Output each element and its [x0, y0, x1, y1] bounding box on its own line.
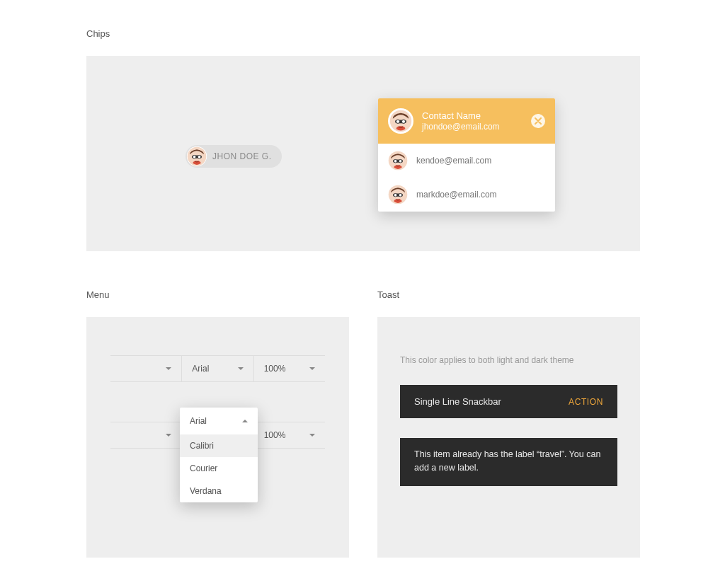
- zoom-value: 100%: [264, 364, 286, 374]
- snackbar-text: This item already has the label “travel”…: [414, 449, 600, 473]
- contact-suggestion-email: kendoe@email.com: [416, 156, 491, 166]
- snackbar-action-button[interactable]: ACTION: [569, 397, 603, 407]
- contact-suggestions-card: Contact Name jhondoe@email.com kendoe@em…: [378, 98, 555, 212]
- toolbar-row: Arial 100%: [110, 355, 325, 382]
- contact-suggestion-email: markdoe@email.com: [416, 190, 497, 200]
- chevron-up-icon: [242, 420, 248, 422]
- toolbar-cell-blank[interactable]: [110, 356, 182, 381]
- avatar-icon: [388, 108, 413, 134]
- toolbar-cell-font[interactable]: Arial: [182, 356, 253, 381]
- contact-chip[interactable]: JHON DOE G.: [185, 145, 282, 168]
- dropdown-current-value: Arial: [190, 416, 207, 426]
- dropdown-option[interactable]: Courier: [180, 457, 258, 480]
- font-value: Arial: [192, 364, 209, 374]
- contact-suggestion-row[interactable]: kendoe@email.com: [378, 144, 555, 178]
- font-dropdown: Arial Calibri Courier Verdana: [180, 408, 258, 502]
- toast-hint: This color applies to both light and dar…: [400, 355, 617, 365]
- toast-panel: This color applies to both light and dar…: [377, 317, 640, 558]
- chips-panel: JHON DOE G. Contact Name jhondoe@email.c…: [86, 56, 640, 251]
- contact-email: jhondoe@email.com: [422, 122, 531, 132]
- contact-name: Contact Name: [422, 110, 531, 122]
- menu-panel: Arial 100% Arial 100%: [86, 317, 349, 558]
- dropdown-option[interactable]: Verdana: [180, 480, 258, 502]
- chip-label: JHON DOE G.: [212, 151, 272, 161]
- toolbar-cell-zoom[interactable]: 100%: [254, 422, 325, 448]
- snackbar-multi: This item already has the label “travel”…: [400, 438, 617, 486]
- chevron-down-icon: [238, 367, 244, 370]
- avatar-icon: [388, 151, 408, 171]
- snackbar-text: Single Line Snackbar: [414, 396, 501, 407]
- toolbar-cell-zoom[interactable]: 100%: [254, 356, 325, 381]
- snackbar-single: Single Line Snackbar ACTION: [400, 385, 617, 418]
- dropdown-option[interactable]: Calibri: [180, 434, 258, 457]
- zoom-value: 100%: [264, 430, 286, 440]
- toolbar-cell-blank[interactable]: [110, 422, 182, 448]
- contact-suggestion-row[interactable]: markdoe@email.com: [378, 178, 555, 212]
- contact-header: Contact Name jhondoe@email.com: [378, 98, 555, 144]
- section-title-toast: Toast: [377, 289, 640, 300]
- section-title-menu: Menu: [86, 289, 349, 300]
- chevron-down-icon: [309, 367, 315, 370]
- chevron-down-icon: [309, 434, 315, 437]
- dropdown-current[interactable]: Arial: [180, 408, 258, 434]
- section-title-chips: Chips: [86, 28, 640, 39]
- contact-header-text: Contact Name jhondoe@email.com: [422, 110, 531, 132]
- avatar-icon: [187, 146, 207, 166]
- chevron-down-icon: [166, 434, 171, 437]
- chevron-down-icon: [166, 367, 171, 370]
- avatar-icon: [388, 185, 408, 204]
- close-icon[interactable]: [531, 114, 545, 128]
